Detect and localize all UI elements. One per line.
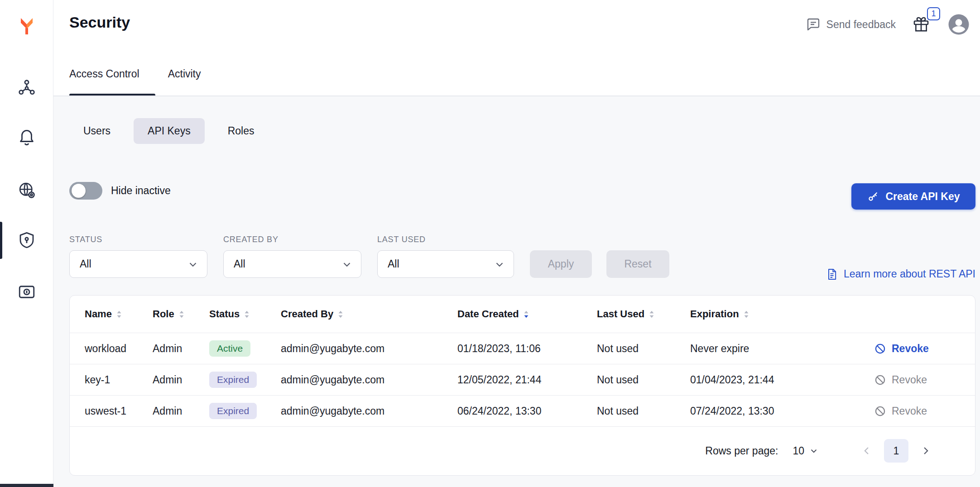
subtab-bar: Users API Keys Roles bbox=[69, 118, 268, 144]
sort-icon[interactable] bbox=[337, 310, 344, 319]
sort-icon[interactable] bbox=[116, 310, 122, 319]
user-avatar[interactable] bbox=[946, 12, 971, 37]
table-header-row: Name Role Status Created By Date Created bbox=[70, 296, 975, 333]
subtab-roles[interactable]: Roles bbox=[214, 118, 269, 144]
learn-more-link[interactable]: Learn more about REST API bbox=[826, 260, 975, 288]
column-label: Name bbox=[85, 308, 112, 320]
topbar-actions: Send feedback 1 bbox=[806, 12, 971, 37]
toggle-knob bbox=[72, 184, 86, 198]
last-used-filter-value: All bbox=[388, 258, 399, 270]
subtab-users[interactable]: Users bbox=[69, 118, 125, 144]
previous-page-icon[interactable] bbox=[860, 444, 873, 457]
cell-created-by: admin@yugabyte.com bbox=[281, 343, 457, 355]
create-api-key-button[interactable]: Create API Key bbox=[851, 183, 975, 210]
tab-access-control[interactable]: Access Control bbox=[69, 68, 139, 85]
cell-name: key-1 bbox=[85, 374, 153, 386]
created-by-filter: CREATED BY All bbox=[223, 235, 361, 278]
column-label: Role bbox=[153, 308, 174, 320]
created-by-filter-label: CREATED BY bbox=[223, 235, 361, 244]
status-badge: Expired bbox=[209, 403, 257, 419]
table-row: uswest-1 Admin Expired admin@yugabyte.co… bbox=[70, 396, 975, 427]
last-used-filter: LAST USED All bbox=[377, 235, 514, 278]
send-feedback-label: Send feedback bbox=[826, 19, 896, 31]
rows-per-page-label: Rows per page: bbox=[705, 445, 778, 457]
column-label: Created By bbox=[281, 308, 333, 320]
column-header-last-used[interactable]: Last Used bbox=[597, 308, 690, 320]
column-header-role[interactable]: Role bbox=[153, 308, 209, 320]
status-filter: STATUS All bbox=[69, 235, 207, 278]
revoke-button[interactable]: Revoke bbox=[874, 343, 975, 355]
subtab-api-keys[interactable]: API Keys bbox=[134, 118, 205, 144]
bottom-strip bbox=[0, 484, 53, 487]
sort-icon[interactable] bbox=[649, 310, 655, 319]
cell-last-used: Not used bbox=[597, 405, 690, 417]
yugabyte-logo-icon[interactable] bbox=[16, 15, 38, 37]
cell-date-created: 12/05/2022, 21:44 bbox=[457, 374, 597, 386]
cell-last-used: Not used bbox=[597, 343, 690, 355]
status-filter-value: All bbox=[80, 258, 91, 270]
column-header-date-created[interactable]: Date Created bbox=[457, 308, 597, 320]
next-page-icon[interactable] bbox=[919, 444, 932, 457]
gift-button[interactable]: 1 bbox=[912, 15, 930, 33]
chevron-down-icon bbox=[494, 258, 505, 270]
table-footer: Rows per page: 10 1 bbox=[70, 426, 975, 475]
security-page: Security Send feedback 1 bbox=[0, 0, 980, 487]
current-page-button[interactable]: 1 bbox=[884, 439, 908, 463]
send-feedback-button[interactable]: Send feedback bbox=[806, 17, 896, 32]
status-filter-select[interactable]: All bbox=[69, 250, 207, 278]
clusters-icon[interactable] bbox=[17, 78, 36, 97]
chevron-down-icon bbox=[809, 446, 819, 456]
globe-gear-icon[interactable] bbox=[17, 181, 36, 200]
cell-expiration: 01/04/2023, 21:44 bbox=[690, 374, 874, 386]
tabs-divider bbox=[53, 95, 980, 96]
revoke-button[interactable]: Revoke bbox=[874, 374, 975, 386]
rows-per-page-select[interactable]: 10 bbox=[793, 445, 819, 457]
column-header-created-by[interactable]: Created By bbox=[281, 308, 457, 320]
column-label: Last Used bbox=[597, 308, 644, 320]
revoke-button[interactable]: Revoke bbox=[874, 405, 975, 417]
cell-expiration: 07/24/2022, 13:30 bbox=[690, 405, 874, 417]
revoke-label: Revoke bbox=[892, 374, 927, 386]
shield-lock-icon[interactable] bbox=[17, 231, 36, 250]
cell-last-used: Not used bbox=[597, 374, 690, 386]
sort-icon[interactable] bbox=[178, 310, 185, 319]
sort-icon-active-desc[interactable] bbox=[523, 310, 529, 319]
filter-bar: STATUS All CREATED BY All LAST USED All bbox=[69, 235, 669, 278]
hide-inactive-toggle[interactable] bbox=[69, 182, 102, 200]
column-label: Date Created bbox=[457, 308, 519, 320]
cell-created-by: admin@yugabyte.com bbox=[281, 405, 457, 417]
tab-activity[interactable]: Activity bbox=[168, 68, 201, 85]
cell-role: Admin bbox=[153, 343, 209, 355]
table-row: workload Admin Active admin@yugabyte.com… bbox=[70, 333, 975, 364]
column-header-status[interactable]: Status bbox=[209, 308, 281, 320]
rows-per-page-value: 10 bbox=[793, 445, 804, 457]
sort-icon[interactable] bbox=[743, 310, 749, 319]
sort-icon[interactable] bbox=[244, 310, 250, 319]
cell-created-by: admin@yugabyte.com bbox=[281, 374, 457, 386]
api-keys-table: Name Role Status Created By Date Created bbox=[69, 295, 975, 476]
revoke-icon bbox=[874, 343, 886, 355]
key-icon bbox=[867, 191, 879, 203]
chevron-down-icon bbox=[341, 258, 353, 270]
bell-icon[interactable] bbox=[17, 127, 36, 146]
created-by-filter-select[interactable]: All bbox=[223, 250, 361, 278]
apply-button[interactable]: Apply bbox=[530, 250, 592, 278]
created-by-filter-value: All bbox=[234, 258, 245, 270]
revoke-label: Revoke bbox=[892, 405, 927, 417]
cell-expiration: Never expire bbox=[690, 343, 874, 355]
notification-badge: 1 bbox=[927, 7, 940, 20]
last-used-filter-label: LAST USED bbox=[377, 235, 514, 244]
revoke-label: Revoke bbox=[892, 343, 929, 355]
revoke-icon bbox=[874, 405, 886, 417]
pagination: 1 bbox=[860, 439, 932, 463]
column-header-expiration[interactable]: Expiration bbox=[690, 308, 874, 320]
reset-button[interactable]: Reset bbox=[606, 250, 669, 278]
cell-status: Expired bbox=[209, 372, 281, 388]
last-used-filter-select[interactable]: All bbox=[377, 250, 514, 278]
column-header-name[interactable]: Name bbox=[85, 308, 153, 320]
cell-role: Admin bbox=[153, 374, 209, 386]
cell-status: Active bbox=[209, 340, 281, 357]
billing-icon[interactable] bbox=[17, 282, 36, 301]
active-sidebar-indicator bbox=[0, 222, 2, 259]
cell-date-created: 01/18/2023, 11:06 bbox=[457, 343, 597, 355]
